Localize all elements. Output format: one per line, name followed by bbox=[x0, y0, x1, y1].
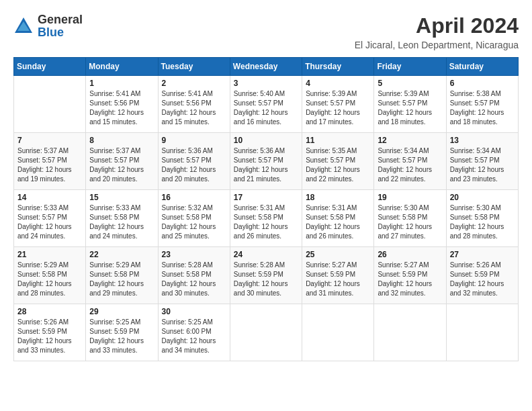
day-info: Sunrise: 5:26 AM Sunset: 5:59 PM Dayligh… bbox=[450, 261, 515, 298]
logo: General Blue bbox=[13, 13, 83, 39]
sunrise: Sunrise: 5:37 AM bbox=[17, 147, 69, 154]
daylight: Daylight: 12 hours and 22 minutes. bbox=[306, 166, 360, 183]
logo-blue: Blue bbox=[38, 26, 64, 39]
day-number: 22 bbox=[89, 250, 154, 259]
sunrise: Sunrise: 5:25 AM bbox=[89, 318, 140, 326]
day-cell: 7 Sunrise: 5:37 AM Sunset: 5:57 PM Dayli… bbox=[14, 133, 86, 190]
calendar: Sunday Monday Tuesday Wednesday Thursday… bbox=[13, 57, 519, 361]
sunrise: Sunrise: 5:27 AM bbox=[378, 261, 429, 269]
sunrise: Sunrise: 5:40 AM bbox=[234, 90, 285, 97]
day-info: Sunrise: 5:33 AM Sunset: 5:58 PM Dayligh… bbox=[89, 203, 154, 241]
sunset: Sunset: 5:57 PM bbox=[450, 156, 500, 164]
day-cell bbox=[14, 76, 86, 133]
sunset: Sunset: 5:57 PM bbox=[89, 156, 139, 164]
daylight: Daylight: 12 hours and 33 minutes. bbox=[89, 337, 144, 354]
sunset: Sunset: 5:57 PM bbox=[378, 156, 427, 164]
day-number: 13 bbox=[450, 136, 515, 145]
daylight: Daylight: 12 hours and 32 minutes. bbox=[450, 280, 504, 297]
day-number: 18 bbox=[306, 193, 370, 202]
day-number: 7 bbox=[17, 136, 82, 145]
daylight: Daylight: 12 hours and 31 minutes. bbox=[306, 280, 360, 297]
day-info: Sunrise: 5:37 AM Sunset: 5:57 PM Dayligh… bbox=[89, 146, 154, 184]
day-cell: 6 Sunrise: 5:38 AM Sunset: 5:57 PM Dayli… bbox=[446, 76, 518, 133]
daylight: Daylight: 12 hours and 15 minutes. bbox=[89, 109, 144, 126]
sunset: Sunset: 5:58 PM bbox=[450, 214, 500, 221]
day-info: Sunrise: 5:41 AM Sunset: 5:56 PM Dayligh… bbox=[162, 89, 226, 127]
day-number: 21 bbox=[17, 250, 82, 259]
day-cell: 24 Sunrise: 5:28 AM Sunset: 5:59 PM Dayl… bbox=[230, 247, 302, 304]
week-row-4: 21 Sunrise: 5:29 AM Sunset: 5:58 PM Dayl… bbox=[14, 247, 519, 304]
day-cell bbox=[230, 304, 302, 361]
day-cell: 5 Sunrise: 5:39 AM Sunset: 5:57 PM Dayli… bbox=[374, 76, 446, 133]
sunrise: Sunrise: 5:29 AM bbox=[17, 261, 69, 269]
day-info: Sunrise: 5:30 AM Sunset: 5:58 PM Dayligh… bbox=[378, 203, 442, 241]
day-cell: 3 Sunrise: 5:40 AM Sunset: 5:57 PM Dayli… bbox=[230, 76, 302, 133]
day-number: 10 bbox=[234, 136, 298, 145]
sunrise: Sunrise: 5:39 AM bbox=[306, 90, 357, 97]
col-saturday: Saturday bbox=[446, 58, 518, 76]
day-cell bbox=[446, 304, 518, 361]
sunrise: Sunrise: 5:39 AM bbox=[378, 90, 429, 97]
day-number: 4 bbox=[306, 79, 370, 88]
title-section: April 2024 El Jicaral, Leon Department, … bbox=[355, 13, 519, 50]
sunset: Sunset: 5:59 PM bbox=[89, 328, 139, 335]
sunset: Sunset: 5:59 PM bbox=[17, 328, 67, 335]
sunset: Sunset: 5:56 PM bbox=[89, 99, 139, 107]
daylight: Daylight: 12 hours and 28 minutes. bbox=[450, 223, 504, 240]
day-cell bbox=[302, 304, 374, 361]
day-cell: 21 Sunrise: 5:29 AM Sunset: 5:58 PM Dayl… bbox=[14, 247, 86, 304]
sunrise: Sunrise: 5:28 AM bbox=[162, 261, 213, 269]
sunset: Sunset: 5:57 PM bbox=[17, 156, 67, 164]
day-number: 5 bbox=[378, 79, 442, 88]
day-number: 11 bbox=[306, 136, 370, 145]
day-info: Sunrise: 5:39 AM Sunset: 5:57 PM Dayligh… bbox=[306, 89, 370, 127]
day-info: Sunrise: 5:29 AM Sunset: 5:58 PM Dayligh… bbox=[17, 261, 82, 298]
logo-general: General bbox=[38, 13, 83, 26]
header: General Blue April 2024 El Jicaral, Leon… bbox=[13, 13, 519, 50]
day-cell: 8 Sunrise: 5:37 AM Sunset: 5:57 PM Dayli… bbox=[86, 133, 158, 190]
day-number: 29 bbox=[89, 307, 154, 316]
day-cell: 27 Sunrise: 5:26 AM Sunset: 5:59 PM Dayl… bbox=[446, 247, 518, 304]
day-info: Sunrise: 5:36 AM Sunset: 5:57 PM Dayligh… bbox=[162, 146, 226, 184]
sunset: Sunset: 5:58 PM bbox=[306, 214, 355, 221]
sunrise: Sunrise: 5:41 AM bbox=[162, 90, 213, 97]
day-cell: 26 Sunrise: 5:27 AM Sunset: 5:59 PM Dayl… bbox=[374, 247, 446, 304]
day-number: 2 bbox=[162, 79, 226, 88]
day-info: Sunrise: 5:41 AM Sunset: 5:56 PM Dayligh… bbox=[89, 89, 154, 127]
sunrise: Sunrise: 5:35 AM bbox=[306, 147, 357, 154]
col-tuesday: Tuesday bbox=[158, 58, 230, 76]
sunrise: Sunrise: 5:25 AM bbox=[162, 318, 213, 326]
daylight: Daylight: 12 hours and 30 minutes. bbox=[234, 280, 288, 297]
sunset: Sunset: 5:59 PM bbox=[450, 271, 500, 278]
daylight: Daylight: 12 hours and 15 minutes. bbox=[162, 109, 216, 126]
sunrise: Sunrise: 5:33 AM bbox=[17, 204, 69, 212]
sunrise: Sunrise: 5:37 AM bbox=[89, 147, 140, 154]
day-info: Sunrise: 5:25 AM Sunset: 6:00 PM Dayligh… bbox=[162, 318, 226, 355]
daylight: Daylight: 12 hours and 27 minutes. bbox=[378, 223, 432, 240]
sunset: Sunset: 5:57 PM bbox=[450, 99, 500, 107]
day-cell: 10 Sunrise: 5:36 AM Sunset: 5:57 PM Dayl… bbox=[230, 133, 302, 190]
sunset: Sunset: 5:57 PM bbox=[378, 99, 427, 107]
sunset: Sunset: 5:58 PM bbox=[89, 214, 139, 221]
daylight: Daylight: 12 hours and 26 minutes. bbox=[234, 223, 288, 240]
daylight: Daylight: 12 hours and 18 minutes. bbox=[378, 109, 432, 126]
daylight: Daylight: 12 hours and 18 minutes. bbox=[450, 109, 504, 126]
day-number: 9 bbox=[162, 136, 226, 145]
day-number: 24 bbox=[234, 250, 298, 259]
logo-icon bbox=[13, 16, 34, 36]
sunrise: Sunrise: 5:33 AM bbox=[89, 204, 140, 212]
sunset: Sunset: 5:59 PM bbox=[306, 271, 355, 278]
sunrise: Sunrise: 5:41 AM bbox=[89, 90, 140, 97]
day-cell: 22 Sunrise: 5:29 AM Sunset: 5:58 PM Dayl… bbox=[86, 247, 158, 304]
day-cell: 11 Sunrise: 5:35 AM Sunset: 5:57 PM Dayl… bbox=[302, 133, 374, 190]
sunrise: Sunrise: 5:29 AM bbox=[89, 261, 140, 269]
day-info: Sunrise: 5:29 AM Sunset: 5:58 PM Dayligh… bbox=[89, 261, 154, 298]
col-sunday: Sunday bbox=[14, 58, 86, 76]
day-number: 16 bbox=[162, 193, 226, 202]
sunset: Sunset: 5:56 PM bbox=[162, 99, 212, 107]
day-info: Sunrise: 5:28 AM Sunset: 5:59 PM Dayligh… bbox=[234, 261, 298, 298]
day-info: Sunrise: 5:32 AM Sunset: 5:58 PM Dayligh… bbox=[162, 203, 226, 241]
day-number: 1 bbox=[89, 79, 154, 88]
day-number: 28 bbox=[17, 307, 82, 316]
day-info: Sunrise: 5:27 AM Sunset: 5:59 PM Dayligh… bbox=[378, 261, 442, 298]
